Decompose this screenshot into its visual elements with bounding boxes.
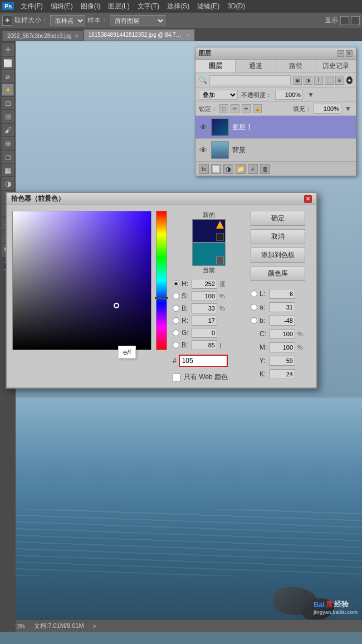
tab-layers[interactable]: 图层	[195, 60, 236, 72]
ok-button[interactable]: 确定	[251, 211, 305, 226]
color-picker-titlebar[interactable]: 拾色器（前景色） ✕	[7, 193, 316, 205]
menu-filter[interactable]: 滤镜(E)	[194, 1, 223, 12]
layers-panel-titlebar[interactable]: 图层 ─ ✕	[195, 47, 356, 60]
sample-size-select[interactable]: 取样点	[50, 15, 85, 26]
g-radio[interactable]	[173, 330, 179, 336]
layer-type-shape[interactable]: ⬚	[325, 76, 334, 85]
hex-input[interactable]	[179, 355, 228, 367]
opacity-input[interactable]	[275, 90, 303, 100]
blend-mode-select[interactable]: 叠加	[199, 90, 238, 100]
tab-1[interactable]: 2002_587c3be28bde3.jpg ✕	[2, 31, 84, 41]
color-gradient-box[interactable]	[12, 211, 151, 350]
layer-row-bg[interactable]: 👁 背景	[195, 139, 356, 162]
s-input[interactable]	[192, 291, 217, 301]
layer-type-smart[interactable]: ⊞	[335, 76, 344, 85]
layer-type-pixel[interactable]: ▣	[293, 76, 302, 85]
lasso-tool[interactable]: ⌀	[2, 70, 14, 83]
layer-mask-btn[interactable]: ⬜	[211, 164, 221, 174]
eraser-tool[interactable]: ◻	[2, 151, 14, 163]
tab-2-close[interactable]: ✕	[185, 32, 190, 38]
new-color-swatch[interactable]	[192, 219, 226, 243]
color-picker-close-btn[interactable]: ✕	[304, 195, 312, 203]
layers-search-input[interactable]	[209, 75, 291, 85]
menu-image[interactable]: 图像(I)	[77, 1, 104, 12]
menu-file[interactable]: 文件(F)	[17, 1, 46, 12]
tab-channels[interactable]: 通道	[236, 60, 276, 72]
layer-row-1[interactable]: 👁 图层 1	[195, 116, 356, 139]
eyedropper-tool-icon[interactable]: ✚	[2, 16, 12, 26]
panel-collapse-btn[interactable]: ─	[337, 50, 344, 57]
baidu-logo: Bai	[314, 601, 325, 609]
brush-tool[interactable]: 🖌	[2, 124, 14, 136]
menu-layer[interactable]: 图层(L)	[105, 1, 133, 12]
r-input[interactable]	[192, 316, 217, 326]
layer-1-visibility[interactable]: 👁	[199, 123, 208, 132]
panel-close-btn[interactable]: ✕	[346, 50, 353, 57]
b-radio[interactable]	[173, 305, 179, 312]
patch-tool[interactable]: ⊞	[2, 110, 14, 123]
dodge-tool[interactable]: ◑	[2, 177, 14, 190]
lock-all-btn[interactable]: 🔒	[253, 104, 262, 113]
m-input[interactable]	[270, 342, 295, 352]
h-radio[interactable]	[173, 280, 179, 287]
layer-type-text[interactable]: T	[314, 76, 323, 85]
a-radio[interactable]	[251, 304, 257, 311]
r-radio[interactable]	[173, 317, 179, 324]
layer-adjust-btn[interactable]: ◑	[223, 164, 233, 174]
tab-paths[interactable]: 路径	[276, 60, 316, 72]
l-radio[interactable]	[251, 290, 257, 297]
lock-transparent-btn[interactable]: ⬚	[219, 104, 228, 113]
blue-radio[interactable]	[173, 342, 179, 348]
menu-text[interactable]: 文字(T)	[134, 1, 163, 12]
crop-tool[interactable]: ⊡	[2, 97, 14, 109]
c-input[interactable]	[270, 329, 295, 339]
only-web-checkbox[interactable]	[173, 374, 180, 381]
tab-1-close[interactable]: ✕	[74, 33, 79, 39]
layer-type-adjust[interactable]: ◑	[304, 76, 312, 85]
y-input[interactable]	[270, 356, 295, 366]
fill-arrow[interactable]: ▼	[344, 104, 353, 113]
lock-move-btn[interactable]: ✛	[242, 104, 251, 113]
h-input[interactable]	[192, 279, 217, 289]
layer-filter-circle[interactable]: ●	[346, 76, 353, 84]
select-rect-tool[interactable]: ⬜	[2, 57, 14, 69]
clone-tool[interactable]: ⊕	[2, 137, 14, 149]
opacity-arrow[interactable]: ▼	[306, 90, 315, 99]
fill-input[interactable]	[314, 104, 341, 114]
color-spectrum-bar[interactable]	[156, 211, 167, 350]
lock-paint-btn[interactable]: ✏	[231, 104, 239, 113]
color-picker-dialog: 拾色器（前景色） ✕ 新的	[6, 192, 317, 389]
menu-edit[interactable]: 编辑(E)	[47, 1, 76, 12]
show-icon2[interactable]	[351, 16, 360, 25]
g-input[interactable]	[192, 328, 217, 338]
color-lib-button[interactable]: 颜色库	[251, 266, 305, 281]
b-input[interactable]	[192, 303, 217, 313]
app-logo: Ps	[2, 2, 14, 10]
gradient-tool[interactable]: ▦	[2, 164, 14, 176]
s-radio[interactable]	[173, 293, 179, 299]
layer-fx-btn[interactable]: fx	[199, 164, 209, 174]
menu-select[interactable]: 选择(S)	[164, 1, 193, 12]
add-swatch-button[interactable]: 添加到色板	[251, 248, 305, 263]
menu-3d[interactable]: 3D(D)	[224, 1, 248, 11]
k-input[interactable]	[270, 369, 295, 379]
layer-bg-visibility[interactable]: 👁	[199, 146, 208, 154]
layer-delete-btn[interactable]: 🗑	[260, 164, 270, 174]
layer-new-btn[interactable]: +	[248, 164, 258, 174]
sample-source-select[interactable]: 所有图层	[110, 15, 165, 26]
l-input[interactable]	[270, 289, 295, 299]
b2-radio[interactable]	[251, 317, 257, 324]
b2-input[interactable]	[270, 316, 295, 326]
status-arrow[interactable]: >	[93, 623, 96, 630]
blue-input[interactable]	[192, 340, 217, 350]
show-icon1[interactable]	[340, 16, 349, 25]
hex-autocomplete-popup[interactable]: e/f	[118, 346, 136, 359]
layer-group-btn[interactable]: 📁	[236, 164, 246, 174]
cancel-button[interactable]: 取消	[251, 229, 305, 244]
current-color-swatch[interactable]	[192, 243, 226, 266]
tab-history[interactable]: 历史记录	[316, 60, 356, 72]
tab-2[interactable]: 1615384891442812352.jpg @ 84.7% (图层 1, R…	[84, 29, 195, 41]
a-input[interactable]	[270, 302, 295, 312]
eyedropper-tool[interactable]: ✦	[2, 84, 14, 96]
move-tool[interactable]: ✛	[2, 43, 14, 56]
